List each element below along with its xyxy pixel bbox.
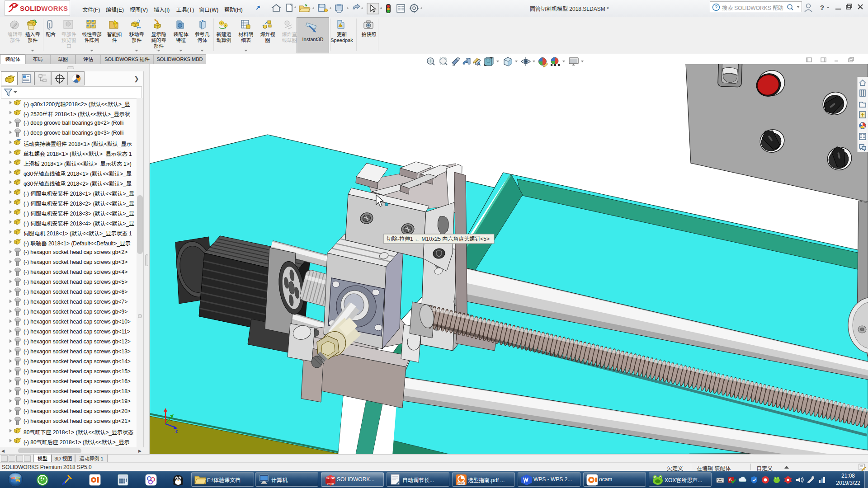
svg-text:A: A [477, 61, 481, 66]
svg-text:SOLIDWORKS: SOLIDWORKS [20, 5, 68, 12]
svg-text:W: W [331, 476, 335, 480]
svg-text:!: ! [340, 24, 340, 27]
svg-text:z: z [175, 429, 178, 434]
svg-text:PDF: PDF [458, 482, 464, 485]
svg-text:2018: 2018 [327, 483, 334, 486]
svg-text:?: ? [820, 4, 824, 11]
svg-text:?: ? [715, 5, 717, 10]
svg-text:S: S [326, 476, 329, 480]
svg-text:切除-拉伸1 ← M10x25 内六角盘头螺钉<5>: 切除-拉伸1 ← M10x25 内六角盘头螺钉<5> [387, 236, 490, 242]
